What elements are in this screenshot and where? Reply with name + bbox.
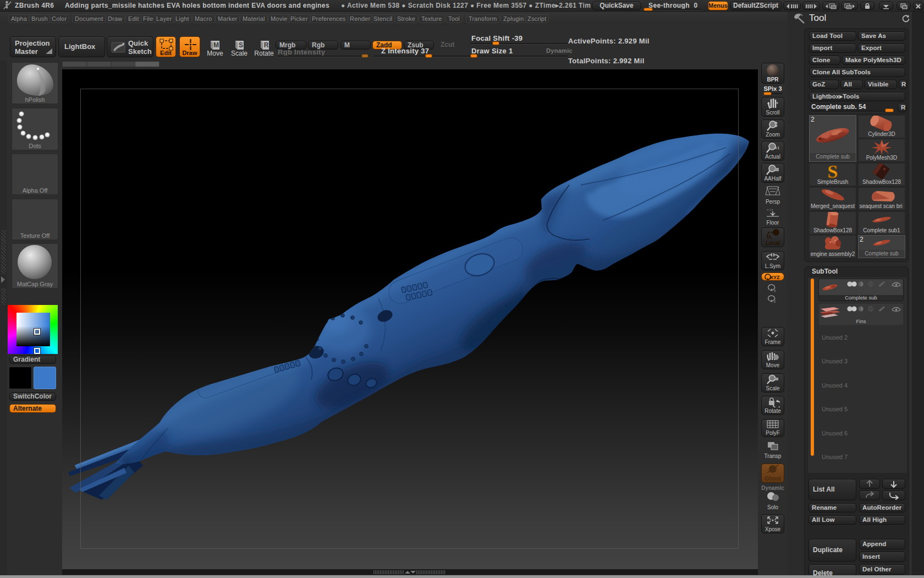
- svg-text:x1: x1: [775, 145, 780, 150]
- svg-text:XYZ: XYZ: [770, 275, 780, 280]
- svg-text:S: S: [828, 163, 838, 179]
- svg-text:R: R: [264, 41, 269, 49]
- svg-text:M: M: [213, 41, 219, 49]
- svg-text:y: y: [774, 288, 776, 292]
- svg-text:S: S: [239, 41, 243, 49]
- svg-text:z: z: [774, 299, 776, 303]
- svg-text:× ʇ z: × ʇ z: [767, 208, 773, 211]
